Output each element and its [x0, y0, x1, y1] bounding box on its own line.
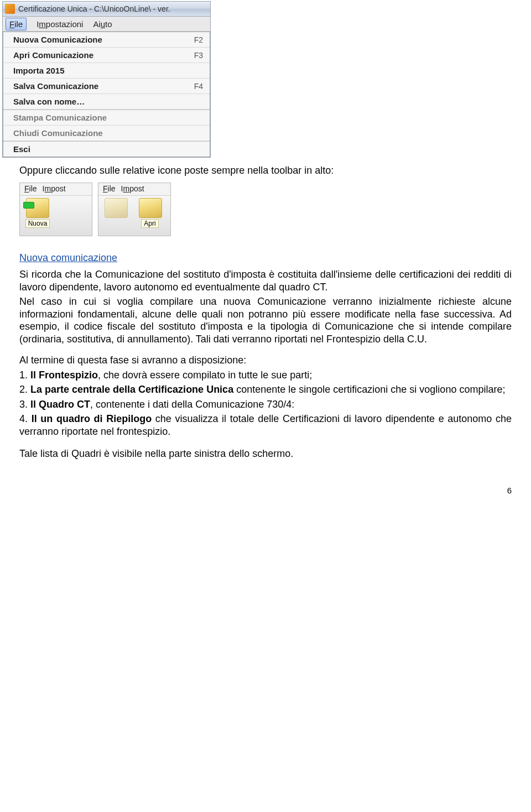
menu-item-label: Chiudi Comunicazione — [13, 128, 103, 138]
folder-open-icon — [139, 198, 162, 218]
window-titlebar: Certificazione Unica - C:\UnicoOnLine\ -… — [3, 2, 210, 17]
toolbar-snip-apri: File Impost Apri — [98, 183, 171, 236]
app-window-screenshot: Certificazione Unica - C:\UnicoOnLine\ -… — [2, 1, 211, 158]
menu-item-chiudi: Chiudi Comunicazione — [3, 126, 210, 141]
tb-menu-impost[interactable]: Impost — [43, 184, 66, 194]
toolbar-button-nuova-dim[interactable] — [101, 198, 132, 218]
menu-item-apri[interactable]: Apri Comunicazione F3 — [3, 48, 210, 63]
menu-item-label: Importa 2015 — [13, 66, 65, 75]
menu-item-nuova[interactable]: Nuova Comunicazione F2 — [3, 32, 210, 48]
folder-new-icon — [105, 198, 128, 218]
toolbar-menubar: File Impost — [98, 183, 170, 196]
menu-item-label: Nuova Comunicazione — [13, 35, 102, 44]
menu-item-label: Stampa Comunicazione — [13, 113, 107, 122]
menu-item-shortcut: F3 — [194, 51, 203, 60]
menu-item-label: Esci — [13, 144, 30, 154]
tb-menu-impost[interactable]: Impost — [121, 184, 144, 194]
page-number: 6 — [19, 486, 512, 496]
toolbar-button-apri[interactable]: Apri — [135, 198, 166, 228]
menu-item-shortcut: F2 — [194, 35, 203, 44]
menu-impostazioni[interactable]: Impostazioni — [37, 19, 83, 29]
tb-menu-file[interactable]: File — [103, 184, 116, 194]
paragraph: Nel caso in cui si voglia compilare una … — [19, 295, 512, 345]
toolbar-screenshots: File Impost Nuova File Impost Apri — [19, 183, 512, 236]
list-item-4: 4. Il un quadro di Riepilogo che visuali… — [19, 413, 512, 438]
menu-aiuto[interactable]: Aiuto — [93, 19, 112, 29]
menu-item-esci[interactable]: Esci — [3, 142, 210, 157]
window-title: Certificazione Unica - C:\UnicoOnLine\ -… — [18, 4, 170, 13]
menu-item-importa[interactable]: Importa 2015 — [3, 63, 210, 79]
paragraph: Si ricorda che la Comunicazione del sost… — [19, 268, 512, 293]
menu-file[interactable]: File — [6, 18, 27, 30]
list-item-1: 1. Il Frontespizio, che dovrà essere com… — [19, 369, 512, 382]
toolbar-button-label: Apri — [141, 219, 158, 228]
menu-item-stampa: Stampa Comunicazione — [3, 110, 210, 126]
toolbar-button-nuova[interactable]: Nuova — [22, 198, 53, 228]
toolbar-button-label: Nuova — [25, 219, 50, 228]
menu-item-label: Salva con nome… — [13, 97, 85, 106]
section-heading: Nuova comunicazione — [19, 252, 512, 264]
menu-item-label: Apri Comunicazione — [13, 50, 93, 60]
list-item-2: 2. La parte centrale della Certificazion… — [19, 383, 512, 396]
folder-new-icon — [26, 198, 49, 218]
menubar: File Impostazioni Aiuto — [3, 17, 210, 32]
paragraph-closing: Tale lista di Quadri è visibile nella pa… — [19, 447, 512, 460]
file-menu-dropdown: Nuova Comunicazione F2 Apri Comunicazion… — [3, 32, 210, 157]
paragraph-intro: Oppure cliccando sulle relative icone po… — [19, 164, 512, 177]
menu-item-salva[interactable]: Salva Comunicazione F4 — [3, 79, 210, 94]
app-icon — [5, 4, 15, 14]
menu-item-salva-nome[interactable]: Salva con nome… — [3, 94, 210, 110]
menu-item-shortcut: F4 — [194, 82, 203, 91]
tb-menu-file[interactable]: File — [24, 184, 37, 194]
toolbar-menubar: File Impost — [20, 183, 92, 196]
menu-item-label: Salva Comunicazione — [13, 81, 98, 91]
toolbar-snip-nuova: File Impost Nuova — [19, 183, 92, 236]
paragraph: Al termine di questa fase si avranno a d… — [19, 354, 512, 367]
list-item-3: 3. Il Quadro CT, contenente i dati della… — [19, 398, 512, 411]
